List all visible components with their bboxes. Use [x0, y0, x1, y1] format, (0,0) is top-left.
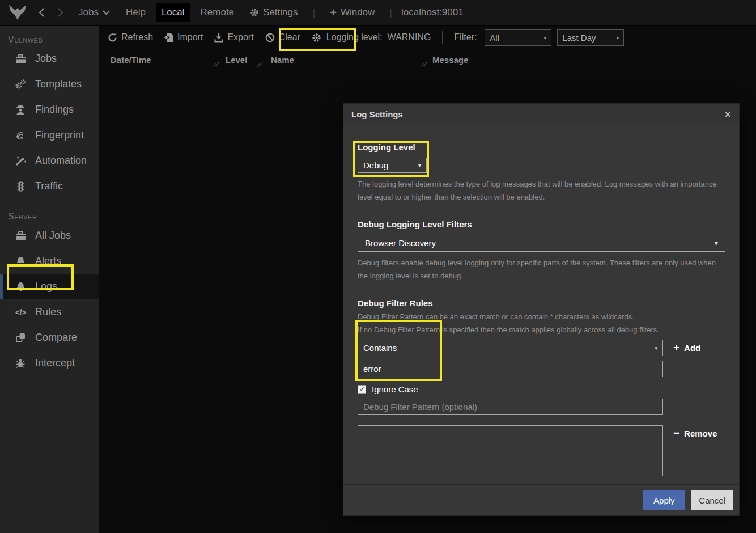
debug-filters-select[interactable]: Browser Discovery ▾ [358, 235, 725, 252]
column-header-level[interactable]: Level [220, 49, 264, 69]
sidebar-item-label: Traffic [35, 180, 63, 192]
remove-rule-button[interactable]: − Remove [673, 427, 717, 439]
time-range-select-value: Last Day [562, 33, 596, 43]
ignore-case-checkbox[interactable] [358, 385, 366, 394]
add-rule-button[interactable]: + Add [673, 341, 700, 354]
filter-rules-help-1: Debug Filter Pattern can be an exact mat… [358, 310, 725, 323]
nav-jobs-label: Jobs [78, 7, 99, 18]
nav-separator: | [385, 7, 397, 19]
remove-rule-label: Remove [684, 429, 717, 438]
new-window-label: Window [341, 7, 375, 18]
sidebar-item-jobs[interactable]: Jobs [0, 46, 99, 71]
add-rule-label: Add [684, 343, 700, 353]
import-button[interactable]: Import [164, 32, 203, 43]
debug-filter-pattern-input[interactable] [358, 399, 663, 415]
column-label: Name [271, 55, 294, 65]
filter-label: Filter: [454, 32, 477, 43]
sidebar-item-fingerprint[interactable]: Fingerprint [0, 122, 99, 148]
briefcase-icon [14, 54, 27, 64]
nav-jobs-menu[interactable]: Jobs [73, 3, 116, 22]
logging-level-value: WARNING [388, 32, 431, 43]
refresh-icon [108, 33, 117, 43]
host-label: localhost:9001 [401, 7, 464, 18]
sidebar-item-all-jobs[interactable]: All Jobs [0, 223, 99, 248]
dialog-header: Log Settings ✕ [343, 104, 739, 125]
caret-down-icon: ▾ [616, 35, 619, 41]
logging-level-select[interactable]: Debug ▾ [358, 158, 427, 173]
debug-filters-help: Debug filters enable debug level logging… [358, 256, 725, 283]
sidebar-item-label: Automation [35, 155, 87, 167]
sidebar-item-templates[interactable]: Templates [0, 71, 99, 97]
detective-icon [14, 105, 27, 115]
apply-button[interactable]: Apply [643, 490, 685, 510]
fingerprint-icon [14, 130, 27, 141]
gear-icon [312, 33, 321, 43]
caret-down-icon: ▾ [543, 35, 546, 41]
magic-wand-icon [14, 156, 27, 166]
caret-down-icon: ▾ [655, 345, 657, 351]
logging-level-button[interactable]: Logging level: WARNING [312, 32, 431, 43]
debug-filters-section-label: Debug Logging Level Filters [358, 219, 725, 229]
filter-select-value: All [490, 33, 499, 43]
clear-label: Clear [279, 32, 300, 43]
new-window-button[interactable]: + Window [324, 3, 380, 23]
match-type-select[interactable]: Contains ▾ [358, 340, 663, 356]
wolf-logo-icon [6, 5, 29, 20]
top-navbar: Jobs Help Local Remote Settings | + Wind… [0, 0, 756, 26]
refresh-button[interactable]: Refresh [108, 32, 153, 43]
column-header-message[interactable]: Message [428, 49, 756, 69]
logs-toolbar: Refresh Import Export Clear Logging leve… [99, 26, 756, 49]
clear-button[interactable]: Clear [265, 32, 300, 43]
gears-icon [14, 79, 27, 90]
sidebar-item-intercept[interactable]: Intercept [0, 350, 99, 376]
sidebar-item-label: Intercept [35, 357, 75, 369]
sidebar: Vulnweb Jobs Templates Findings Fingerpr… [0, 26, 99, 533]
column-header-name[interactable]: Name [264, 49, 428, 69]
time-range-select[interactable]: Last Day ▾ [557, 29, 624, 46]
ignore-case-row: Ignore Case [358, 384, 725, 394]
back-icon[interactable] [34, 7, 49, 18]
sidebar-item-label: Rules [35, 306, 61, 318]
cancel-button[interactable]: Cancel [691, 490, 733, 510]
filter-select[interactable]: All ▾ [485, 29, 551, 46]
column-label: Message [432, 55, 468, 65]
nav-settings[interactable]: Settings [244, 3, 303, 22]
column-resize-handle[interactable] [213, 61, 219, 67]
sidebar-item-label: Findings [35, 104, 74, 116]
filter-rules-help-2: If no Debug Filter Pattern is specified … [358, 323, 725, 336]
column-resize-handle[interactable] [421, 61, 427, 67]
nav-help[interactable]: Help [120, 3, 151, 22]
column-resize-handle[interactable] [257, 61, 262, 67]
logging-level-select-value: Debug [363, 160, 388, 170]
traffic-light-icon [14, 181, 27, 192]
caret-down-icon: ▾ [714, 239, 718, 247]
nav-local-tab[interactable]: Local [156, 3, 190, 22]
sidebar-item-alerts[interactable]: Alerts [0, 248, 99, 274]
sidebar-item-label: All Jobs [35, 230, 71, 242]
sidebar-item-logs[interactable]: Logs [0, 274, 99, 299]
dialog-title: Log Settings [351, 109, 403, 119]
log-table-header: Date/Time Level Name Message [99, 49, 756, 69]
dialog-body: Logging Level Debug ▾ The logging level … [343, 125, 739, 484]
match-text-input[interactable] [358, 361, 663, 377]
logging-level-section-label: Logging Level [358, 142, 725, 152]
gear-icon [250, 8, 259, 17]
close-icon[interactable]: ✕ [724, 110, 731, 119]
nav-remote-tab[interactable]: Remote [195, 3, 240, 22]
logging-level-help: The logging level determines the type of… [358, 177, 725, 204]
forward-icon[interactable] [53, 7, 68, 18]
filter-rules-listbox[interactable] [358, 425, 663, 476]
bell-icon [14, 282, 27, 292]
sidebar-item-rules[interactable]: </> Rules [0, 299, 99, 325]
logging-level-label: Logging level: [326, 32, 383, 43]
sidebar-item-label: Logs [35, 281, 57, 293]
sidebar-item-automation[interactable]: Automation [0, 148, 99, 174]
sidebar-item-findings[interactable]: Findings [0, 97, 99, 122]
export-button[interactable]: Export [214, 32, 253, 43]
sidebar-item-compare[interactable]: Compare [0, 325, 99, 350]
plus-icon: + [330, 6, 337, 19]
sidebar-item-traffic[interactable]: Traffic [0, 174, 99, 199]
export-label: Export [227, 32, 253, 43]
minus-icon: − [673, 427, 679, 439]
column-header-datetime[interactable]: Date/Time [99, 49, 220, 69]
